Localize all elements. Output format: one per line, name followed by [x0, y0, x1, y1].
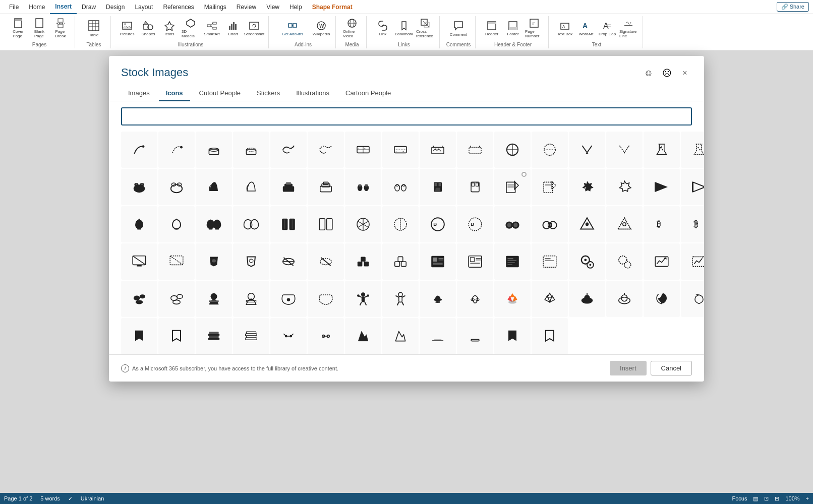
list-item[interactable]: [681, 243, 704, 280]
comment-button[interactable]: Comment: [446, 17, 471, 39]
screenshot-button[interactable]: Screenshot: [244, 17, 264, 39]
table-button[interactable]: Table: [81, 17, 106, 39]
list-item[interactable]: [196, 318, 232, 354]
share-button[interactable]: 🔗 Share: [777, 2, 809, 12]
chart-button[interactable]: Chart: [223, 17, 243, 39]
list-item[interactable]: [420, 281, 456, 317]
list-item[interactable]: [121, 206, 157, 242]
list-item[interactable]: [644, 243, 680, 280]
list-item[interactable]: B: [420, 206, 456, 242]
list-item[interactable]: [308, 169, 344, 205]
zoom-in-button[interactable]: +: [806, 495, 809, 501]
focus-button[interactable]: Focus: [732, 495, 747, 501]
tab-cartoon-people[interactable]: Cartoon People: [338, 86, 398, 101]
list-item[interactable]: [606, 132, 643, 168]
footer-button[interactable]: Footer: [503, 17, 523, 39]
list-item[interactable]: [270, 169, 307, 205]
list-item[interactable]: [158, 243, 195, 280]
list-item[interactable]: [233, 169, 269, 205]
list-item[interactable]: -+: [345, 132, 381, 168]
list-item[interactable]: [494, 318, 531, 354]
list-item[interactable]: [121, 318, 157, 354]
view-print-button[interactable]: ▤: [753, 495, 758, 502]
list-item[interactable]: [121, 243, 157, 280]
list-item[interactable]: [382, 206, 419, 242]
blank-page-button[interactable]: BlankPage: [29, 17, 49, 39]
tab-help[interactable]: Help: [284, 0, 307, 14]
list-item[interactable]: [644, 132, 680, 168]
list-item[interactable]: [569, 206, 605, 242]
list-item[interactable]: [532, 281, 568, 317]
list-item[interactable]: [270, 281, 307, 317]
list-item[interactable]: [196, 206, 232, 242]
list-item[interactable]: [158, 206, 195, 242]
signatureline-button[interactable]: Signature Line: [618, 17, 638, 39]
list-item[interactable]: [606, 243, 643, 280]
list-item[interactable]: [494, 132, 531, 168]
tab-home[interactable]: Home: [24, 0, 50, 14]
list-item[interactable]: [196, 281, 232, 317]
smiley-positive-button[interactable]: ☺: [642, 66, 656, 80]
wikipedia-button[interactable]: W Wikipedia: [311, 17, 331, 39]
list-item[interactable]: [158, 169, 195, 205]
list-item[interactable]: [345, 169, 381, 205]
list-item[interactable]: [158, 281, 195, 317]
list-item[interactable]: ✦: [569, 169, 605, 205]
list-item[interactable]: [121, 281, 157, 317]
cover-page-button[interactable]: CoverPage: [8, 17, 28, 39]
tab-stickers[interactable]: Stickers: [250, 86, 287, 101]
list-item[interactable]: [121, 169, 157, 205]
list-item[interactable]: [644, 169, 680, 205]
list-item[interactable]: [233, 318, 269, 354]
language[interactable]: Ukrainian: [81, 495, 104, 501]
3d-models-button[interactable]: 3D Models: [181, 17, 201, 39]
tab-file[interactable]: File: [4, 0, 24, 14]
icons-grid-container[interactable]: -+ -+: [109, 132, 704, 354]
list-item[interactable]: [681, 132, 704, 168]
list-item[interactable]: [457, 281, 493, 317]
tab-insert[interactable]: Insert: [50, 0, 77, 14]
list-item[interactable]: [494, 243, 531, 280]
list-item[interactable]: [457, 318, 493, 354]
tab-layout[interactable]: Layout: [130, 0, 158, 14]
list-item[interactable]: ₿: [681, 206, 704, 242]
list-item[interactable]: [681, 169, 704, 205]
list-item[interactable]: [457, 169, 493, 205]
list-item[interactable]: [569, 132, 605, 168]
list-item[interactable]: [382, 281, 419, 317]
list-item[interactable]: [196, 169, 232, 205]
view-web-button[interactable]: ⊡: [764, 495, 769, 502]
smartart-button[interactable]: SmartArt: [202, 17, 222, 39]
list-item[interactable]: [233, 132, 269, 168]
list-item[interactable]: [382, 318, 419, 354]
tab-images[interactable]: Images: [121, 86, 157, 101]
bookmark-button[interactable]: Bookmark: [394, 17, 414, 39]
list-item[interactable]: [420, 169, 456, 205]
list-item[interactable]: [196, 243, 232, 280]
list-item[interactable]: [345, 206, 381, 242]
list-item[interactable]: [382, 169, 419, 205]
list-item[interactable]: [345, 281, 381, 317]
list-item[interactable]: [420, 243, 456, 280]
list-item[interactable]: [494, 206, 531, 242]
tab-icons[interactable]: Icons: [159, 86, 190, 101]
get-addins-button[interactable]: Get Add-ins: [275, 17, 310, 39]
list-item[interactable]: [121, 132, 157, 168]
list-item[interactable]: [270, 206, 307, 242]
list-item[interactable]: [569, 243, 605, 280]
icons-button[interactable]: Icons: [159, 17, 180, 39]
list-item[interactable]: -+: [382, 132, 419, 168]
tab-cutout-people[interactable]: Cutout People: [192, 86, 248, 101]
textbox-button[interactable]: A Text Box: [555, 17, 575, 39]
link-button[interactable]: Link: [373, 17, 393, 39]
list-item[interactable]: [532, 318, 568, 354]
list-item[interactable]: [270, 243, 307, 280]
list-item[interactable]: [158, 132, 195, 168]
close-button[interactable]: ×: [678, 66, 692, 80]
list-item[interactable]: [196, 132, 232, 168]
list-item[interactable]: [494, 281, 531, 317]
pictures-button[interactable]: Pictures: [117, 17, 137, 39]
list-item[interactable]: [158, 318, 195, 354]
list-item[interactable]: B: [457, 206, 493, 242]
dropcap-button[interactable]: A Drop Cap: [597, 17, 617, 39]
